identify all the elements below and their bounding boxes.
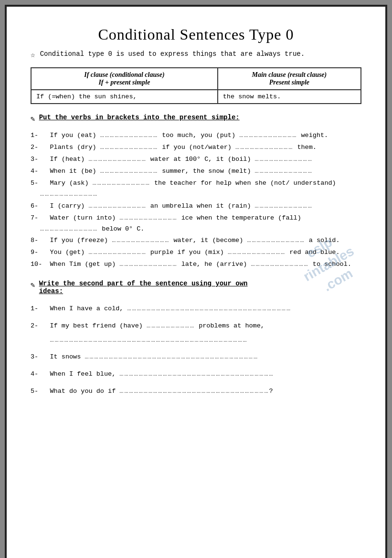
list-item: 1- When I have a cold, ………………………………………………: [31, 302, 361, 316]
table-header-1: If clause (conditional clause) If + pres…: [31, 68, 218, 90]
list-item: 4- When I feel blue, ……………………………………………………: [31, 367, 361, 381]
list-item: 4- When it (be) ……………………………… summer, the…: [31, 166, 361, 177]
list-item: 1- If you (eat) ……………………………… too much, y…: [31, 130, 361, 141]
exercise-num: 1-: [31, 132, 38, 139]
list-item: 2- Plants (dry) ……………………………… if you (not…: [31, 142, 361, 153]
section2-title: Write the second part of the sentence us…: [39, 280, 248, 295]
exercise-num: 6-: [31, 202, 38, 210]
section1-title: Put the verbs in brackets into the prese…: [39, 114, 240, 121]
exercise-num: 4-: [31, 370, 38, 378]
worksheet-page: eslprintables.com Conditional Sentences …: [5, 5, 387, 558]
exercise-num: 7-: [31, 214, 38, 221]
table-header-2: Main clause (result clause) Present simp…: [218, 68, 361, 90]
list-item: 3- It snows ……………………………………………………………………………: [31, 350, 361, 364]
exercise-num: 2-: [31, 144, 38, 151]
exercise-num: 3-: [31, 156, 38, 163]
list-item: 8- If you (freeze) ……………………………… water, i…: [31, 235, 361, 246]
list-item: 6- I (carry) ……………………………… an umbrella wh…: [31, 201, 361, 212]
pencil-icon-1: ✎: [31, 114, 35, 124]
list-item: 10- When Tim (get up) ……………………………… late,…: [31, 259, 361, 270]
exercise-num: 1-: [31, 305, 38, 312]
section2-header: ✎ Write the second part of the sentence …: [31, 280, 361, 295]
exercise-num: 2-: [31, 322, 38, 329]
page-title: Conditional Sentences Type 0: [31, 26, 361, 43]
exercise-num: 8-: [31, 237, 38, 244]
list-item: 3- If (heat) ……………………………… water at 100° …: [31, 154, 361, 165]
list-item: 5- What do you do if ……………………………………………………: [31, 384, 361, 399]
list-item: 5- Mary (ask) ……………………………… the teacher f…: [31, 178, 361, 200]
exercise-num: 9-: [31, 249, 38, 256]
section2-exercises-list: 1- When I have a cold, ………………………………………………: [31, 302, 361, 398]
list-item: 9- You (get) ……………………………… purple if you …: [31, 247, 361, 258]
list-item: 7- Water (turn into) ……………………………… ice wh…: [31, 213, 361, 235]
intro-text: Conditional type 0 is used to express th…: [40, 50, 305, 58]
exercise-num: 10-: [31, 261, 42, 268]
star-icon: ☆: [31, 50, 35, 60]
intro-line: ☆ Conditional type 0 is used to express …: [31, 50, 361, 60]
section2-bold: Write the second part of the sentence us…: [39, 280, 248, 287]
section1-exercises-list: 1- If you (eat) ……………………………… too much, y…: [31, 130, 361, 270]
grammar-table: If clause (conditional clause) If + pres…: [31, 67, 361, 104]
exercise-num: 5-: [31, 179, 38, 187]
section2-ideas: ideas: [39, 287, 59, 295]
table-row: If (=when) the sun shines, the snow melt…: [31, 90, 361, 104]
exercise-num: 3-: [31, 353, 38, 360]
section1-header: ✎ Put the verbs in brackets into the pre…: [31, 114, 361, 124]
table-cell-2: the snow melts.: [218, 90, 361, 104]
exercise-num: 4-: [31, 168, 38, 175]
exercise-num: 5-: [31, 388, 38, 395]
table-cell-1: If (=when) the sun shines,: [31, 90, 218, 104]
pencil-icon-2: ✎: [31, 280, 35, 290]
list-item: 2- If my best friend (have) ………………………… p…: [31, 319, 361, 347]
